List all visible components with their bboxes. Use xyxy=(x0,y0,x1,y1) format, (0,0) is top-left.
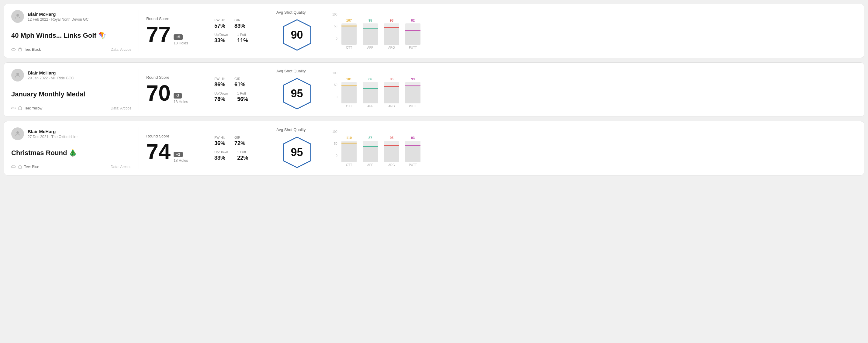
score-row: 74+218 Holes xyxy=(146,141,199,163)
holes-label: 18 Holes xyxy=(174,158,188,163)
bar-group-ott: 101OTT xyxy=(341,77,356,108)
user-info: Blair McHarg12 Feb 2022 · Royal North De… xyxy=(11,10,131,23)
one-putt-label: 1 Putt xyxy=(237,33,248,36)
bag-icon xyxy=(18,165,22,169)
gir-value: 72% xyxy=(235,140,245,147)
fw-hit-value: 86% xyxy=(214,82,225,88)
y-label-100: 100 xyxy=(332,13,338,16)
tee-label: Tee: Blue xyxy=(24,165,39,169)
bar-fill-putt xyxy=(405,86,421,103)
data-source: Data: Arccos xyxy=(111,106,131,111)
card-footer: Tee: Blue Data: Arccos xyxy=(11,165,131,169)
y-label-100: 100 xyxy=(332,71,338,75)
bar-name-arg: ARG xyxy=(388,104,395,108)
score-row: 77+518 Holes xyxy=(146,23,199,45)
bar-name-app: APP xyxy=(367,163,373,167)
up-down-label: Up/Down xyxy=(214,92,228,95)
gir-value: 61% xyxy=(235,82,245,88)
round-card: Blair McHarg12 Feb 2022 · Royal North De… xyxy=(4,4,864,58)
bar-wrapper-putt xyxy=(405,82,421,103)
bar-wrapper-putt xyxy=(405,23,421,45)
svg-rect-7 xyxy=(19,166,22,168)
user-name: Blair McHarg xyxy=(28,11,89,17)
bar-group-ott: 107OTT xyxy=(341,19,356,49)
gir-label: GIR xyxy=(235,77,245,81)
bag-icon xyxy=(18,48,22,52)
avatar xyxy=(11,127,24,140)
bar-wrapper-app xyxy=(363,23,378,45)
bar-group-app: 95APP xyxy=(363,19,378,49)
hexagon-container: 95 xyxy=(282,77,312,111)
y-label-0: 0 xyxy=(336,37,338,40)
bar-fill-ott xyxy=(341,27,356,45)
bar-group-app: 87APP xyxy=(363,136,378,167)
user-info: Blair McHarg29 Jan 2022 · Mill Ride GCC xyxy=(11,69,131,82)
bar-marker-arg xyxy=(384,145,399,146)
bar-wrapper-ott xyxy=(341,141,356,162)
svg-point-0 xyxy=(17,14,19,17)
bar-wrapper-ott xyxy=(341,23,356,45)
hexagon-container: 90 xyxy=(282,18,312,52)
round-left-section: Blair McHarg29 Jan 2022 · Mill Ride GCCJ… xyxy=(11,69,139,111)
round-title: 40 Mph Winds... Links Golf 🪁 xyxy=(11,32,131,39)
score-section: Round Score70-218 Holes xyxy=(146,69,207,111)
bar-name-app: APP xyxy=(367,46,373,49)
bar-chart: 100 50 0 107OTT95APP98ARG82PUTT xyxy=(332,13,857,49)
user-name: Blair McHarg xyxy=(28,129,78,134)
score-modifier-badge: +5 xyxy=(174,34,183,40)
hexagon-container: 95 xyxy=(282,136,312,169)
bar-value-ott: 101 xyxy=(346,77,352,81)
bar-value-putt: 93 xyxy=(411,136,415,139)
bar-name-ott: OTT xyxy=(346,104,352,108)
one-putt-stat: 1 Putt 56% xyxy=(237,92,248,102)
score-section: Round Score77+518 Holes xyxy=(146,10,207,52)
round-left-section: Blair McHarg27 Dec 2021 · The Oxfordshir… xyxy=(11,127,139,169)
bar-value-ott: 110 xyxy=(346,136,352,139)
bar-group-putt: 99PUTT xyxy=(405,77,421,108)
score-badge: +218 Holes xyxy=(174,152,188,163)
stats-row-2: Up/Down 78% 1 Putt 56% xyxy=(214,92,261,102)
up-down-label: Up/Down xyxy=(214,33,228,36)
bar-fill-putt xyxy=(405,146,421,162)
bar-name-ott: OTT xyxy=(346,46,352,49)
fw-hit-stat: FW Hit 57% xyxy=(214,18,225,29)
user-details: Blair McHarg27 Dec 2021 · The Oxfordshir… xyxy=(28,129,78,139)
y-axis: 100 50 0 xyxy=(332,13,338,40)
fw-hit-stat: FW Hit 86% xyxy=(214,77,225,88)
bar-group-ott: 110OTT xyxy=(341,136,356,167)
bar-wrapper-arg xyxy=(384,82,399,103)
score-modifier-badge: -2 xyxy=(174,93,182,98)
bar-marker-app xyxy=(363,146,378,147)
bar-wrapper-app xyxy=(363,141,378,162)
stats-row-1: FW Hit 86% GIR 61% xyxy=(214,77,261,88)
bar-marker-putt xyxy=(405,145,421,146)
one-putt-stat: 1 Putt 11% xyxy=(237,33,248,44)
tee-info: Tee: Yellow xyxy=(11,106,42,111)
up-down-value: 33% xyxy=(214,37,228,44)
fw-hit-value: 57% xyxy=(214,23,225,29)
user-details: Blair McHarg12 Feb 2022 · Royal North De… xyxy=(28,11,89,22)
bar-group-arg: 95ARG xyxy=(384,136,399,167)
y-axis: 100 50 0 xyxy=(332,130,338,157)
bar-group-arg: 98ARG xyxy=(384,19,399,49)
cloud-icon xyxy=(11,48,16,52)
cloud-icon xyxy=(11,106,16,110)
one-putt-label: 1 Putt xyxy=(237,92,248,95)
fw-hit-stat: FW Hit 36% xyxy=(214,136,225,147)
y-label-50: 50 xyxy=(334,25,338,28)
user-name: Blair McHarg xyxy=(28,70,74,75)
one-putt-stat: 1 Putt 22% xyxy=(237,150,248,161)
avatar xyxy=(11,10,24,23)
score-section: Round Score74+218 Holes xyxy=(146,127,207,169)
bar-fill-ott xyxy=(341,86,356,103)
fw-hit-value: 36% xyxy=(214,140,225,147)
chart-section: 100 50 0 101OTT86APP96ARG99PUTT xyxy=(332,69,857,111)
round-title: January Monthly Medal xyxy=(11,90,131,98)
gir-stat: GIR 83% xyxy=(235,18,245,29)
bar-chart: 100 50 0 110OTT87APP95ARG93PUTT xyxy=(332,130,857,167)
quality-score: 95 xyxy=(291,87,303,100)
up-down-value: 33% xyxy=(214,155,228,161)
bar-value-app: 95 xyxy=(369,19,372,22)
y-label-0: 0 xyxy=(336,154,338,157)
bar-wrapper-arg xyxy=(384,141,399,162)
